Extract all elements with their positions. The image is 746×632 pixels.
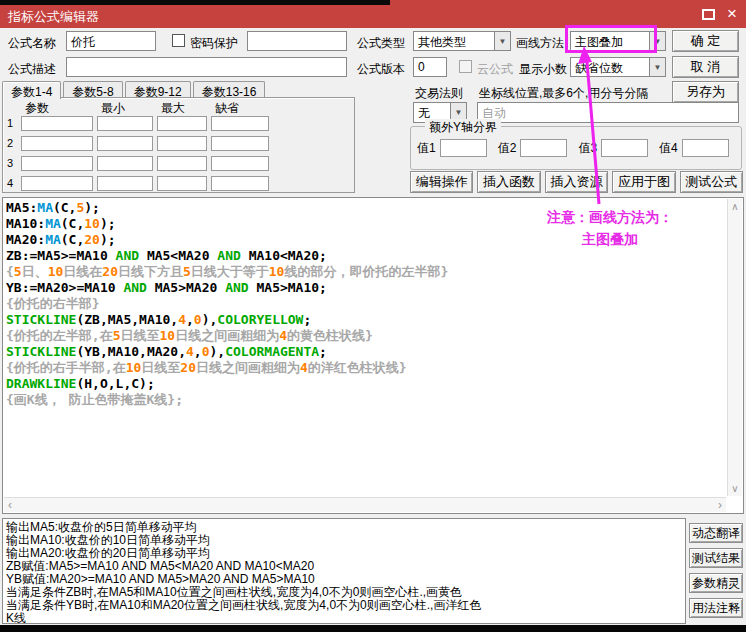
code-segment: 0 [202, 344, 210, 359]
code-segment: {价托的右半部} [6, 296, 100, 311]
annotation-line2: 主图叠加 [495, 228, 725, 250]
param-input[interactable] [157, 136, 207, 151]
axis-field-label: 值1 [417, 140, 436, 157]
axis-field: 值3 [578, 139, 648, 157]
param-row-number: 1 [3, 117, 17, 129]
bottom-edge-strip [0, 625, 746, 632]
code-line: STICKLINE(ZB,MA5,MA10,4,0),COLORYELLOW; [6, 312, 726, 328]
close-icon[interactable]: × [722, 4, 742, 24]
tab-参数1-4[interactable]: 参数1-4 [2, 81, 61, 99]
toolbar-button-测试公式[interactable]: 测试公式 [680, 171, 743, 193]
translation-output-panel[interactable]: 输出MA5:收盘价的5日简单移动平均输出MA10:收盘价的10日简单移动平均输出… [2, 518, 686, 624]
formula-desc-input[interactable] [66, 57, 347, 77]
decimal-display-label: 显示小数 [519, 61, 567, 78]
coord-line-input[interactable]: 自动 [477, 102, 739, 123]
param-row: 3 [3, 155, 354, 171]
side-button-动态翻译[interactable]: 动态翻译 [689, 523, 743, 543]
param-input[interactable] [21, 156, 93, 171]
cancel-button[interactable]: 取 消 [672, 56, 739, 78]
param-input[interactable] [211, 156, 269, 171]
cloud-formula-checkbox [459, 60, 472, 73]
trade-rule-label: 交易法则 [415, 85, 463, 102]
code-segment: MA10: [6, 216, 45, 231]
param-input[interactable] [97, 156, 153, 171]
param-input[interactable] [21, 136, 93, 151]
side-button-用法注释[interactable]: 用法注释 [689, 598, 743, 618]
code-segment: 4 [186, 344, 194, 359]
password-input[interactable] [247, 31, 347, 51]
axis-fields: 值1值2值3值4 [417, 139, 737, 157]
param-input[interactable] [157, 156, 207, 171]
param-input[interactable] [157, 116, 207, 131]
formula-type-dropdown[interactable]: 其他类型 ▼ [413, 31, 511, 51]
code-segment: 5 [14, 264, 22, 279]
formula-name-input[interactable]: 价托 [66, 31, 156, 51]
param-input[interactable] [97, 176, 153, 191]
param-input[interactable] [97, 136, 153, 151]
tab-参数13-16[interactable]: 参数13-16 [193, 81, 266, 98]
code-segment: , [194, 344, 202, 359]
toolbar-button-应用于图[interactable]: 应用于图 [612, 171, 675, 193]
code-segment: AND [123, 280, 146, 295]
code-line: STICKLINE(YB,MA10,MA20,4,0),COLORMAGENTA… [6, 344, 726, 360]
code-segment: 日线在 [63, 264, 102, 279]
output-line: 当满足条件YB时,在MA10和MA20位置之间画柱状线,宽度为4,0不为0则画空… [6, 599, 682, 612]
ok-button[interactable]: 确 定 [672, 30, 739, 52]
maximize-icon[interactable] [702, 9, 715, 20]
param-row: 4 [3, 175, 354, 191]
param-input[interactable] [21, 176, 93, 191]
horizontal-scrollbar[interactable]: ‹ › [4, 497, 726, 512]
formula-name-label: 公式名称 [8, 35, 56, 52]
code-line: DRAWKLINE(H,O,L,C); [6, 376, 726, 392]
param-input[interactable] [157, 176, 207, 191]
tab-参数5-8[interactable]: 参数5-8 [63, 81, 122, 98]
scroll-up-icon[interactable]: ∧ [728, 201, 742, 212]
axis-value-input[interactable] [440, 139, 487, 157]
chevron-down-icon[interactable]: ▼ [649, 57, 666, 77]
side-button-column: 动态翻译测试结果参数精灵用法注释 [689, 523, 743, 618]
axis-field-label: 值2 [498, 140, 517, 157]
top-edge-strip [0, 0, 390, 5]
param-input[interactable] [211, 116, 269, 131]
code-line: YB:=MA20>=MA10 AND MA5>MA20 AND MA5>MA10… [6, 280, 726, 296]
save-as-button[interactable]: 另存为 [672, 81, 739, 103]
code-line: {价托的右半部} [6, 296, 726, 312]
code-segment: DRAWKLINE [6, 376, 76, 391]
scroll-left-icon[interactable]: ‹ [8, 498, 12, 512]
decimal-display-dropdown[interactable]: 缺省位数 ▼ [570, 57, 666, 77]
formula-desc-label: 公式描述 [8, 61, 56, 78]
chevron-down-icon[interactable]: ▼ [494, 31, 511, 51]
password-checkbox[interactable] [172, 34, 185, 47]
extra-y-axis-title: 额外Y轴分界 [425, 119, 501, 136]
output-line: K线 [6, 612, 682, 624]
scroll-right-icon[interactable]: › [718, 498, 722, 512]
code-segment: (YB,MA10,MA20, [76, 344, 186, 359]
vertical-scrollbar[interactable]: ∧ ∨ [727, 199, 742, 496]
toolbar-button-插入资源[interactable]: 插入资源 [545, 171, 608, 193]
scroll-down-icon[interactable]: ∨ [728, 483, 742, 494]
formula-version-input[interactable]: 0 [413, 57, 447, 77]
param-input[interactable] [211, 176, 269, 191]
param-tabs: 参数1-4参数5-8参数9-12参数13-16 [2, 81, 267, 98]
side-button-参数精灵[interactable]: 参数精灵 [689, 573, 743, 593]
axis-value-input[interactable] [682, 139, 729, 157]
code-segment: (C, [53, 200, 76, 215]
code-segment: 20 [180, 360, 196, 375]
param-row: 2 [3, 135, 354, 151]
decimal-display-value: 缺省位数 [570, 57, 649, 77]
code-segment: , [186, 312, 194, 327]
code-segment: MA5>MA20 [147, 280, 225, 295]
toolbar-button-编辑操作[interactable]: 编辑操作 [410, 171, 473, 193]
axis-value-input[interactable] [520, 139, 567, 157]
code-segment: 10 [84, 216, 100, 231]
editor-toolbar: 编辑操作插入函数插入资源应用于图测试公式 [410, 171, 743, 193]
code-segment: AND [116, 248, 139, 263]
tab-参数9-12[interactable]: 参数9-12 [125, 81, 191, 98]
param-input[interactable] [97, 116, 153, 131]
param-input[interactable] [21, 116, 93, 131]
toolbar-button-插入函数[interactable]: 插入函数 [477, 171, 540, 193]
param-input[interactable] [211, 136, 269, 151]
side-button-测试结果[interactable]: 测试结果 [689, 548, 743, 568]
axis-value-input[interactable] [601, 139, 648, 157]
param-row-number: 3 [3, 157, 17, 169]
